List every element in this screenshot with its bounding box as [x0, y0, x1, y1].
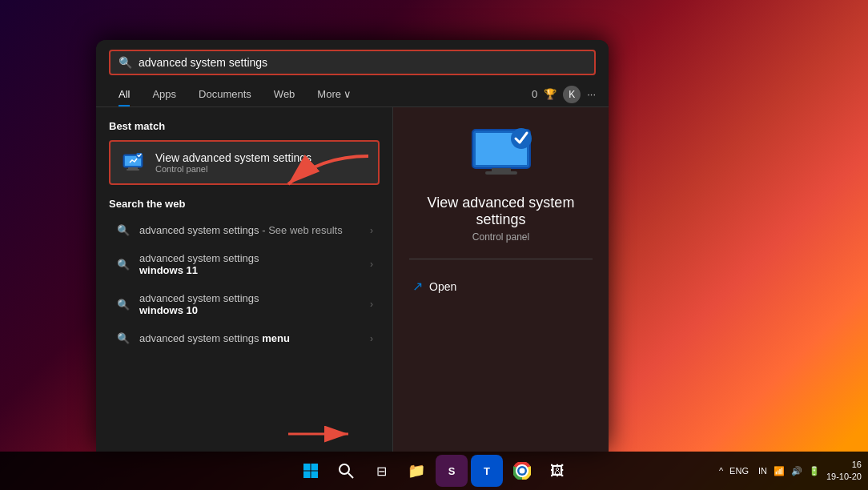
best-match-subtitle: Control panel	[155, 164, 368, 174]
taskbar-lang: ENG IN	[729, 466, 767, 476]
right-panel-title: View advanced system settings	[409, 195, 593, 228]
battery-icon: 🔋	[809, 466, 820, 476]
chevron-right-icon-2: ›	[370, 259, 373, 270]
search-panel: 🔍 advanced system settings All Apps Docu…	[96, 40, 609, 452]
best-match-item[interactable]: View advanced system settings Control pa…	[109, 140, 380, 185]
web-item-text-1: advanced system settings - See web resul…	[139, 224, 362, 236]
lang-label: ENG	[729, 466, 749, 476]
web-item-text-3: advanced system settingswindows 10	[139, 292, 362, 316]
wifi-icon: 📶	[774, 466, 785, 476]
open-icon: ↗	[412, 279, 423, 294]
chevron-down-icon: ∨	[344, 88, 352, 100]
taskbar-system-tray: ^ ENG IN 📶 🔊 🔋 16 19-10-20	[719, 459, 862, 484]
taskbar-taskview-icon[interactable]: ⊟	[365, 455, 397, 487]
svg-point-16	[340, 464, 349, 474]
search-web-icon-3: 🔍	[115, 299, 131, 311]
tab-more[interactable]: More ∨	[307, 82, 361, 106]
taskbar-search-icon[interactable]	[330, 455, 362, 487]
taskbar-slack-icon[interactable]: S	[436, 455, 468, 487]
taskbar-explorer-icon[interactable]: 📁	[400, 455, 432, 487]
taskbar-clock: 16 19-10-20	[826, 459, 862, 484]
search-right-panel: View advanced system settings Control pa…	[392, 107, 609, 452]
search-icon: 🔍	[119, 56, 132, 69]
chevron-right-icon-1: ›	[370, 225, 373, 236]
web-item-text-4: advanced system settings menu	[139, 332, 362, 344]
web-section-label: Search the web	[109, 198, 380, 210]
tab-more-label: More	[317, 88, 341, 100]
tab-apps[interactable]: Apps	[143, 82, 186, 106]
tab-icons: 0 🏆 K ···	[532, 86, 596, 103]
more-icon[interactable]: ···	[587, 88, 596, 100]
best-match-label: Best match	[109, 120, 380, 132]
search-web-icon-1: 🔍	[115, 224, 131, 236]
divider	[409, 259, 593, 259]
svg-rect-8	[485, 171, 517, 175]
search-left-panel: Best match View advanced system	[96, 107, 392, 452]
open-label: Open	[429, 280, 456, 293]
chevron-right-icon-3: ›	[370, 299, 373, 310]
svg-rect-15	[311, 472, 319, 479]
svg-rect-12	[303, 464, 311, 471]
svg-rect-14	[303, 472, 311, 479]
web-item-text-2: advanced system settingswindows 11	[139, 252, 362, 276]
taskbar-center: ⊟ 📁 S T 🖼	[295, 455, 573, 487]
chevron-right-icon-4: ›	[370, 333, 373, 344]
result-count: 0	[532, 88, 537, 100]
large-monitor-icon	[469, 127, 533, 179]
taskbar-windows-icon[interactable]	[295, 455, 327, 487]
open-button[interactable]: ↗ Open	[409, 272, 593, 300]
search-content: Best match View advanced system	[96, 107, 609, 452]
search-box[interactable]: 🔍 advanced system settings	[109, 50, 596, 75]
svg-rect-13	[311, 464, 319, 471]
tab-all[interactable]: All	[109, 82, 139, 106]
web-item-1[interactable]: 🔍 advanced system settings - See web res…	[109, 216, 380, 244]
region-label: IN	[758, 466, 767, 476]
taskbar-chevron-up[interactable]: ^	[719, 466, 723, 476]
trophy-icon: 🏆	[544, 88, 557, 100]
svg-line-17	[348, 473, 353, 478]
right-panel-subtitle: Control panel	[472, 231, 529, 243]
taskbar-gallery-icon[interactable]: 🖼	[541, 455, 573, 487]
svg-rect-7	[492, 168, 511, 171]
taskbar-time-value: 16	[826, 459, 862, 471]
web-item-3[interactable]: 🔍 advanced system settingswindows 10 ›	[109, 284, 380, 324]
search-tabs: All Apps Documents Web More ∨ 0 🏆 K ···	[96, 82, 609, 107]
taskbar: ⊟ 📁 S T 🖼 ^ ENG IN 📶 🔊	[0, 452, 868, 490]
best-match-icon	[120, 150, 146, 175]
web-item-2[interactable]: 🔍 advanced system settingswindows 11 ›	[109, 244, 380, 284]
search-box-wrapper: 🔍 advanced system settings	[96, 40, 609, 82]
web-item-4[interactable]: 🔍 advanced system settings menu ›	[109, 324, 380, 352]
svg-rect-2	[127, 169, 139, 171]
search-web-icon-2: 🔍	[115, 259, 131, 271]
svg-point-20	[520, 468, 525, 474]
best-match-text: View advanced system settings Control pa…	[155, 151, 368, 174]
svg-rect-1	[128, 167, 138, 169]
user-avatar[interactable]: K	[563, 86, 581, 103]
tab-web[interactable]: Web	[264, 82, 305, 106]
right-panel-icon	[469, 127, 533, 182]
taskbar-trello-icon[interactable]: T	[471, 455, 503, 487]
search-web-icon-4: 🔍	[115, 332, 131, 344]
volume-icon: 🔊	[791, 466, 802, 476]
taskbar-date-value: 19-10-20	[826, 471, 862, 483]
tab-documents[interactable]: Documents	[189, 82, 261, 106]
search-input[interactable]: advanced system settings	[139, 56, 586, 69]
best-match-title: View advanced system settings	[155, 151, 368, 164]
taskbar-chrome-icon[interactable]	[506, 455, 538, 487]
control-panel-icon	[122, 153, 144, 172]
